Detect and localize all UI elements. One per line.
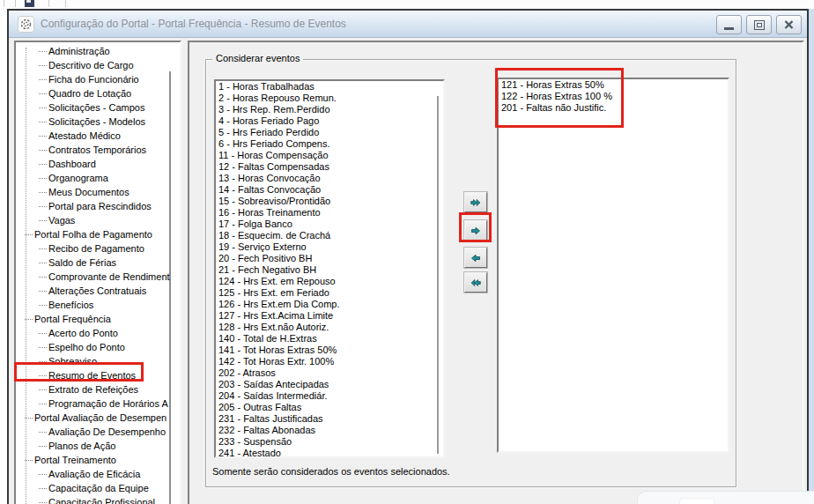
move-all-right-button[interactable] (464, 192, 487, 212)
minimize-button[interactable] (716, 15, 742, 34)
list-item[interactable]: 142 - Tot Horas Extr. 100% (216, 356, 443, 367)
window-title: Configuração do Portal - Portal Frequênc… (41, 18, 346, 30)
list-item[interactable]: 20 - Fech Positivo BH (216, 253, 443, 264)
tree-connector-icon (25, 319, 33, 320)
list-item[interactable]: 6 - Hrs Feriado Compens. (216, 138, 443, 150)
annotation-box-resumo-de-eventos (14, 362, 144, 382)
maximize-icon (754, 20, 765, 30)
tree-item[interactable]: Vagas (16, 213, 180, 227)
tree-item[interactable]: Recibo de Pagamento (16, 241, 180, 256)
tree-item[interactable]: Portal Treinamento (16, 453, 180, 467)
tree-item[interactable]: Avaliação de Eficácia (16, 467, 180, 481)
tree-item[interactable]: Extrato de Refeições (16, 382, 180, 397)
list-item[interactable]: 241 - Atestado (216, 448, 443, 458)
tree-item[interactable]: Portal para Rescindidos (16, 199, 180, 213)
tree-connector-icon (39, 150, 47, 151)
tree-connector-icon (39, 502, 47, 503)
tree-item[interactable]: Alterações Contratuais (16, 284, 180, 298)
list-item[interactable]: 15 - Sobreaviso/Prontidão (216, 196, 443, 207)
list-item[interactable]: 2 - Horas Repouso Remun. (216, 93, 443, 104)
groupbox-label: Considerar eventos (212, 53, 303, 63)
list-item[interactable]: 127 - Hrs Ext.Acima Limite (216, 310, 443, 322)
tree-item[interactable]: Atestado Médico (16, 129, 180, 143)
list-item[interactable]: 205 - Outras Faltas (216, 402, 443, 413)
tree-item[interactable]: Solicitações - Campos (16, 100, 180, 115)
list-item[interactable]: 232 - Faltas Abonadas (216, 425, 443, 436)
tree-item[interactable]: Solicitações - Modelos (16, 115, 180, 129)
tree-connector-icon (39, 206, 47, 207)
tree-connector-icon (25, 418, 33, 419)
list-item[interactable]: 16 - Horas Treinamento (216, 207, 443, 219)
tree-item[interactable]: Portal Avaliação de Desempen (16, 411, 180, 425)
tree-item[interactable]: Espelho do Ponto (16, 340, 180, 354)
maximize-button[interactable] (746, 15, 772, 34)
double-left-arrow-icon (470, 277, 481, 289)
list-item[interactable]: 124 - Hrs Ext. em Repouso (216, 276, 443, 287)
tree-connector-icon (39, 404, 47, 404)
tree-item[interactable]: Capacitação da Equipe (16, 481, 180, 495)
list-item[interactable]: 140 - Total de H.Extras (216, 333, 443, 345)
list-item[interactable]: 231 - Faltas Justificadas (216, 413, 443, 425)
tree-connector-icon (39, 178, 47, 179)
tree-connector-icon (39, 136, 47, 137)
list-item[interactable]: 12 - Faltas Compensadas (216, 161, 443, 173)
list-item[interactable]: 128 - Hrs Ext.não Autoriz. (216, 322, 443, 333)
list-item[interactable]: 126 - Hrs Ext.em Dia Comp. (216, 299, 443, 310)
client-area: Administração Descritivo de Cargo Ficha … (9, 38, 807, 504)
move-left-button[interactable] (464, 248, 487, 268)
background-right-area (809, 9, 814, 504)
selected-events-list[interactable]: 121 - Horas Extras 50%122 - Horas Extras… (497, 78, 729, 453)
list-item[interactable]: 13 - Horas Convocação (216, 173, 443, 184)
tree-connector-icon (39, 65, 47, 66)
list-item[interactable]: 1 - Horas Trabalhadas (216, 81, 443, 93)
tree-connector-icon (39, 164, 47, 165)
tree-connector-icon (25, 460, 33, 461)
tree-connector-icon (25, 234, 33, 235)
tree-item[interactable]: Benefícios (16, 298, 180, 312)
list-item[interactable]: 3 - Hrs Rep. Rem.Perdido (216, 104, 443, 115)
window-controls (712, 15, 802, 34)
tree-item[interactable]: Avaliação De Desempenho (16, 425, 180, 439)
tree-item[interactable]: Contratos Temporários (16, 143, 180, 157)
list-item[interactable]: 141 - Tot Horas Extras 50% (216, 345, 443, 356)
tree-item[interactable]: Capacitação Profissional (16, 495, 180, 504)
list-item[interactable]: 4 - Horas Feriado Pago (216, 115, 443, 127)
list-item[interactable]: 202 - Atrasos (216, 367, 443, 379)
list-item[interactable]: 125 - Hrs Ext. em Feriado (216, 287, 443, 299)
tree-item[interactable]: Dashboard (16, 157, 180, 171)
tree-item[interactable]: Programação de Horários A (16, 397, 180, 411)
list-item[interactable]: 14 - Faltas Convocação (216, 184, 443, 196)
list-item[interactable]: 18 - Esquecim. de Crachá (216, 230, 443, 241)
tree-item[interactable]: Meus Documentos (16, 185, 180, 199)
toolbar-separator (65, 0, 66, 7)
list-item[interactable]: 203 - Saídas Antecipadas (216, 379, 443, 390)
tree-item[interactable]: Acerto do Ponto (16, 326, 180, 340)
minimize-icon (724, 27, 734, 30)
list-item[interactable]: 19 - Serviço Externo (216, 241, 443, 253)
titlebar: Configuração do Portal - Portal Frequênc… (9, 11, 807, 38)
tree-item[interactable]: Organograma (16, 171, 180, 185)
tree-item[interactable]: Portal Frequência (16, 312, 180, 326)
available-events-list[interactable]: 1 - Horas Trabalhadas2 - Horas Repouso R… (214, 79, 445, 458)
list-item[interactable]: 233 - Suspensão (216, 436, 443, 448)
list-item[interactable]: 17 - Folga Banco (216, 219, 443, 230)
list-item[interactable]: 21 - Fech Negativo BH (216, 264, 443, 276)
list-item[interactable]: 204 - Saídas Intermediár. (216, 390, 443, 402)
tree-connector-icon (39, 263, 47, 263)
tree-connector-icon (39, 305, 47, 306)
tree-item[interactable]: Portal Folha de Pagamento (16, 227, 180, 241)
tree-connector-icon (39, 51, 47, 52)
tree-item[interactable]: Ficha do Funcionário (16, 72, 180, 86)
list-item[interactable]: 11 - Horas Compensação (216, 150, 443, 161)
tree-item[interactable]: Descritivo de Cargo (16, 58, 180, 72)
annotation-box-move-right-button (459, 212, 492, 242)
tree-item[interactable]: Comprovante de Rendiment (16, 270, 180, 284)
tree-item[interactable]: Quadro de Lotação (16, 86, 180, 100)
list-item[interactable]: 5 - Hrs Feriado Perdido (216, 127, 443, 138)
tree-item[interactable]: Administração (16, 44, 180, 58)
tree-item[interactable]: Saldo de Férias (16, 256, 180, 270)
close-button[interactable] (776, 15, 802, 34)
available-list-scrollbar[interactable] (437, 96, 439, 454)
move-all-left-button[interactable] (464, 272, 487, 293)
tree-item[interactable]: Planos de Ação (16, 439, 180, 453)
